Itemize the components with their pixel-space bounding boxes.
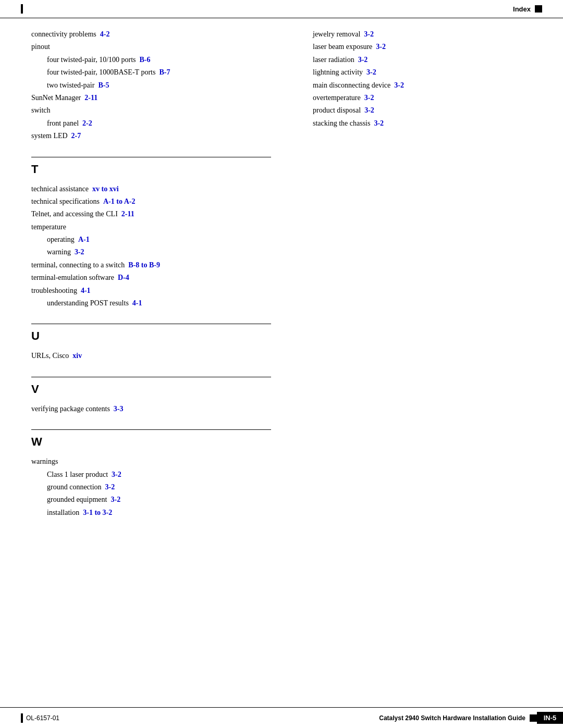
entry-ref[interactable]: A-1 (78, 236, 90, 243)
entry-ref[interactable]: B-7 (159, 68, 170, 76)
list-item: verifying package contents 3-3 (31, 403, 292, 415)
entry-text: technical assistance (31, 185, 89, 193)
entry-ref[interactable]: 3-3 (114, 405, 124, 413)
list-item: two twisted-pair B-5 (47, 80, 292, 91)
bottom-bar-right: Catalyst 2940 Switch Hardware Installati… (379, 712, 563, 724)
section-u-divider (31, 324, 271, 324)
entry-ref[interactable]: 2-7 (71, 132, 81, 140)
entry-text: installation (47, 509, 79, 516)
list-item: Telnet, and accessing the CLI 2-11 (31, 208, 292, 220)
list-item: URLs, Cisco xiv (31, 350, 292, 362)
list-item: SunNet Manager 2-11 (31, 92, 292, 104)
list-item: warning 3-2 (47, 246, 292, 258)
bottom-bar: OL-6157-01 Catalyst 2940 Switch Hardware… (0, 707, 563, 728)
entry-ref[interactable]: 3-2 (364, 106, 374, 114)
right-column: jewelry removal 3-2 laser beam exposure … (292, 29, 521, 520)
entry-ref[interactable]: xiv (72, 352, 82, 360)
list-item: lightning activity 3-2 (313, 67, 521, 78)
list-item: jewelry removal 3-2 (313, 29, 521, 40)
entry-ref[interactable]: B-8 to B-9 (128, 261, 160, 269)
list-item: understanding POST results 4-1 (47, 298, 292, 309)
entry-text: warning (47, 248, 71, 256)
left-column: connectivity problems 4-2 pinout four tw… (31, 29, 292, 520)
top-bar-left-marker (21, 4, 23, 14)
entry-ref[interactable]: 4-1 (81, 287, 91, 294)
list-item: terminal-emulation software D-4 (31, 272, 292, 283)
entry-text: four twisted-pair, 10/100 ports (47, 56, 136, 64)
list-item: laser beam exposure 3-2 (313, 41, 521, 53)
entry-ref[interactable]: 4-2 (100, 30, 110, 38)
list-item: overtemperature 3-2 (313, 92, 521, 104)
entry-text: terminal-emulation software (31, 274, 114, 281)
entry-ref[interactable]: 3-2 (105, 483, 115, 491)
section-v-divider (31, 377, 271, 377)
section-w-letter: W (31, 435, 292, 449)
entry-ref[interactable]: A-1 to A-2 (103, 198, 135, 205)
entry-text: product disposal (313, 106, 361, 114)
entry-ref[interactable]: 3-2 (111, 496, 120, 503)
entry-text: jewelry removal (313, 30, 360, 38)
list-item: connectivity problems 4-2 (31, 29, 292, 40)
list-item: laser radiation 3-2 (313, 54, 521, 66)
entry-ref[interactable]: 4-1 (132, 299, 142, 307)
top-bar-right: Index (513, 5, 542, 13)
entry-text: grounded equipment (47, 496, 107, 503)
list-item: pinout (31, 41, 292, 53)
doc-number: OL-6157-01 (26, 714, 59, 722)
list-item: troubleshooting 4-1 (31, 285, 292, 297)
entry-ref[interactable]: 3-2 (394, 81, 404, 89)
entry-ref[interactable]: 3-1 to 3-2 (83, 509, 112, 516)
list-item: stacking the chassis 3-2 (313, 118, 521, 129)
entry-text: operating (47, 236, 75, 243)
list-item: warnings (31, 456, 292, 467)
entry-ref[interactable]: B-6 (140, 56, 151, 64)
entry-text: warnings (31, 458, 58, 465)
entry-ref[interactable]: D-4 (118, 274, 129, 281)
entry-text: terminal, connecting to a switch (31, 261, 125, 269)
entry-text: stacking the chassis (313, 119, 370, 127)
section-t-letter: T (31, 163, 292, 176)
entry-text: pinout (31, 43, 50, 51)
entry-ref[interactable]: 2-2 (82, 119, 92, 127)
page-number: IN-5 (537, 712, 563, 724)
list-item: main disconnecting device 3-2 (313, 80, 521, 91)
entry-text: ground connection (47, 483, 102, 491)
entry-ref[interactable]: 3-2 (358, 56, 368, 64)
list-item: product disposal 3-2 (313, 105, 521, 116)
entry-ref[interactable]: 2-11 (84, 94, 97, 102)
entry-ref[interactable]: 3-2 (364, 94, 374, 102)
main-content: connectivity problems 4-2 pinout four tw… (0, 18, 563, 530)
list-item: operating A-1 (47, 234, 292, 245)
entry-ref[interactable]: 3-2 (364, 30, 374, 38)
entry-ref[interactable]: 3-2 (75, 248, 84, 256)
entry-text: connectivity problems (31, 30, 96, 38)
list-item: four twisted-pair, 10/100 ports B-6 (47, 54, 292, 66)
entry-text: Telnet, and accessing the CLI (31, 210, 118, 218)
entry-ref[interactable]: xv to xvi (92, 185, 119, 193)
list-item: temperature (31, 221, 292, 233)
entry-text: laser radiation (313, 56, 354, 64)
entry-ref[interactable]: B-5 (98, 81, 109, 89)
entry-text: verifying package contents (31, 405, 110, 413)
header-square (535, 5, 542, 13)
footer-square (530, 714, 537, 722)
entry-ref[interactable]: 3-2 (366, 68, 376, 76)
list-item: front panel 2-2 (47, 118, 292, 129)
entry-text: troubleshooting (31, 287, 77, 294)
list-item: grounded equipment 3-2 (47, 494, 292, 505)
entry-text: technical specifications (31, 198, 100, 205)
entry-ref[interactable]: 2-11 (121, 210, 134, 218)
header-index-label: Index (513, 5, 531, 13)
list-item: ground connection 3-2 (47, 482, 292, 493)
entry-ref[interactable]: 3-2 (112, 471, 121, 478)
section-v-letter: V (31, 382, 292, 396)
entry-ref[interactable]: 3-2 (376, 43, 386, 51)
entry-text: lightning activity (313, 68, 363, 76)
entry-text: temperature (31, 223, 66, 231)
entry-text: front panel (47, 119, 79, 127)
entry-text: two twisted-pair (47, 81, 94, 89)
entry-text: understanding POST results (47, 299, 129, 307)
entry-ref[interactable]: 3-2 (374, 119, 384, 127)
entry-text: overtemperature (313, 94, 361, 102)
list-item: Class 1 laser product 3-2 (47, 469, 292, 480)
